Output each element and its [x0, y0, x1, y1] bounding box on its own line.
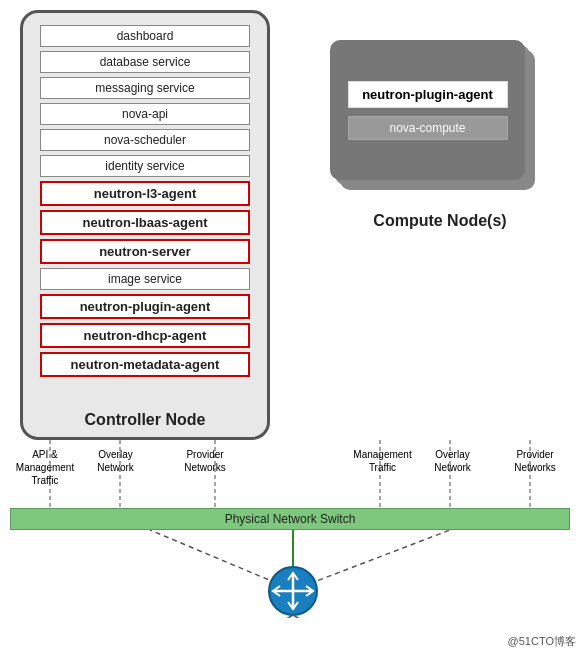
- label-overlay-controller: OverlayNetwork: [83, 448, 148, 474]
- label-management-compute: ManagementTraffic: [345, 448, 420, 474]
- service-box-neutron-server: neutron-server: [40, 239, 250, 264]
- neutron-plugin-agent-box: neutron-plugin-agent: [348, 81, 508, 108]
- service-box-neutron-lbaas-agent: neutron-lbaas-agent: [40, 210, 250, 235]
- service-box-nova-scheduler: nova-scheduler: [40, 129, 250, 151]
- service-box-nova-api: nova-api: [40, 103, 250, 125]
- nova-compute-box: nova-compute: [348, 116, 508, 140]
- service-box-neutron-dhcp-agent: neutron-dhcp-agent: [40, 323, 250, 348]
- label-provider-compute: ProviderNetworks: [500, 448, 570, 474]
- service-box-dashboard: dashboard: [40, 25, 250, 47]
- service-box-identity-service: identity service: [40, 155, 250, 177]
- diagram-container: dashboarddatabase servicemessaging servi…: [0, 0, 586, 657]
- service-box-neutron-metadata-agent: neutron-metadata-agent: [40, 352, 250, 377]
- compute-node-label: Compute Node(s): [330, 212, 550, 230]
- physical-switch-bar: Physical Network Switch: [10, 508, 570, 530]
- compute-node-wrapper: neutron-plugin-agent nova-compute Comput…: [330, 40, 550, 230]
- controller-node-label: Controller Node: [23, 411, 267, 429]
- service-box-database-service: database service: [40, 51, 250, 73]
- service-box-messaging-service: messaging service: [40, 77, 250, 99]
- switch-label: Physical Network Switch: [225, 512, 356, 526]
- label-provider-controller: ProviderNetworks: [170, 448, 240, 474]
- service-box-neutron-plugin-agent: neutron-plugin-agent: [40, 294, 250, 319]
- label-api-management: API &ManagementTraffic: [10, 448, 80, 487]
- watermark: @51CTO博客: [508, 634, 576, 649]
- compute-card-main: neutron-plugin-agent nova-compute: [330, 40, 525, 180]
- service-box-neutron-l3-agent: neutron-l3-agent: [40, 181, 250, 206]
- controller-node: dashboarddatabase servicemessaging servi…: [20, 10, 270, 440]
- router-icon: [258, 563, 328, 622]
- label-overlay-compute: OverlayNetwork: [420, 448, 485, 474]
- service-box-image-service: image service: [40, 268, 250, 290]
- compute-stack: neutron-plugin-agent nova-compute: [330, 40, 530, 200]
